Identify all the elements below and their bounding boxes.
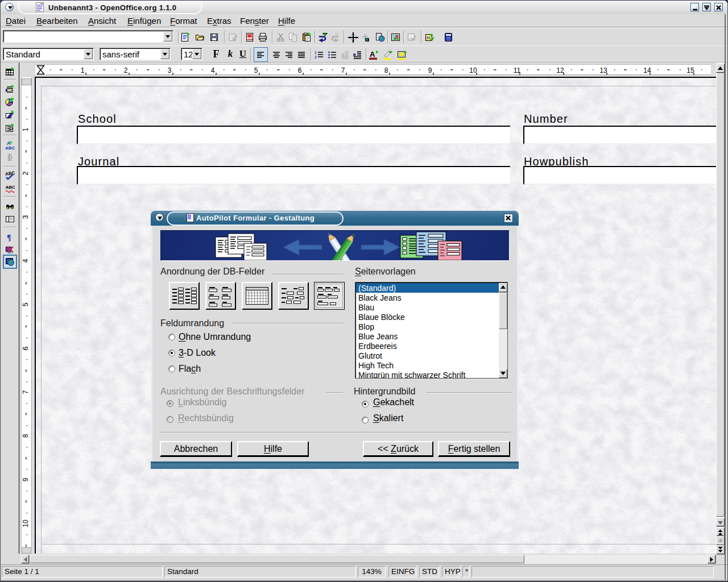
svg-text:H: H [427, 35, 430, 40]
svg-text:ABC: ABC [5, 146, 15, 150]
svg-text:A: A [370, 50, 375, 59]
svg-text:4: 4 [211, 66, 215, 74]
svg-text:1: 1 [315, 51, 317, 55]
svg-text:ABC: ABC [6, 185, 15, 190]
svg-text:8: 8 [22, 434, 30, 438]
svg-text:6: 6 [22, 346, 30, 350]
svg-text:5: 5 [254, 66, 258, 74]
svg-text:10: 10 [22, 519, 30, 527]
svg-text:2: 2 [124, 66, 128, 74]
svg-text:5: 5 [22, 302, 30, 306]
svg-text:2: 2 [315, 55, 317, 59]
svg-text:12: 12 [556, 66, 564, 74]
svg-text:9: 9 [428, 66, 432, 74]
svg-text:1: 1 [22, 127, 30, 131]
svg-text:10: 10 [469, 66, 477, 74]
svg-text:3: 3 [22, 215, 30, 219]
svg-text:4: 4 [22, 259, 30, 263]
svg-text:1: 1 [81, 66, 85, 74]
svg-text:9: 9 [22, 477, 30, 481]
svg-text:ABC: ABC [5, 171, 15, 177]
svg-text:2: 2 [22, 171, 30, 175]
svg-text:3: 3 [168, 66, 172, 74]
svg-text:7: 7 [22, 390, 30, 394]
svg-text:¶: ¶ [7, 234, 11, 242]
svg-text:15: 15 [686, 66, 694, 74]
svg-text:7: 7 [341, 66, 345, 74]
svg-text:13: 13 [599, 66, 607, 74]
svg-text:8: 8 [384, 66, 388, 74]
svg-text:6: 6 [298, 66, 302, 74]
